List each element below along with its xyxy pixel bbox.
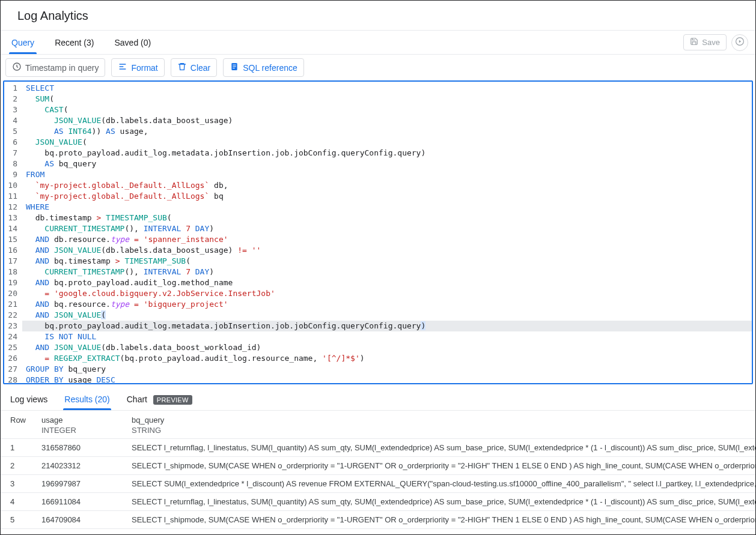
timestamp-label: Timestamp in query bbox=[25, 63, 99, 73]
tab-recent[interactable]: Recent (3) bbox=[55, 32, 105, 53]
save-button[interactable]: Save bbox=[683, 34, 727, 50]
bq-query-cell: SELECT l_returnflag, l_linestatus, SUM(l… bbox=[132, 497, 755, 506]
trash-icon bbox=[177, 62, 187, 73]
page-title: Log Analytics bbox=[1, 1, 755, 31]
format-icon bbox=[118, 62, 127, 73]
document-icon bbox=[230, 62, 239, 73]
table-row[interactable]: 5164709084SELECT l_shipmode, SUM(CASE WH… bbox=[1, 511, 755, 529]
svg-rect-4 bbox=[233, 66, 236, 67]
bq-query-cell: SELECT SUM(l_extendedprice * l_discount)… bbox=[132, 479, 755, 488]
row-number: 4 bbox=[10, 497, 41, 506]
row-number: 5 bbox=[10, 515, 41, 524]
editor-gutter: 1234567891011121314151617181920212223242… bbox=[4, 82, 21, 383]
usage-cell: 164709084 bbox=[41, 515, 132, 524]
chart-label: Chart bbox=[127, 394, 147, 404]
usage-cell: 196997987 bbox=[41, 479, 132, 488]
bq-query-cell: SELECT l_returnflag, l_linestatus, SUM(l… bbox=[132, 443, 755, 452]
results-tabs: Log views Results (20) Chart PREVIEW bbox=[1, 388, 755, 411]
sql-editor[interactable]: 1234567891011121314151617181920212223242… bbox=[3, 80, 753, 384]
run-query-button[interactable] bbox=[731, 34, 748, 51]
svg-rect-5 bbox=[233, 68, 235, 68]
tab-saved[interactable]: Saved (0) bbox=[114, 32, 162, 53]
row-number: 2 bbox=[10, 461, 41, 470]
bq-query-cell: SELECT l_shipmode, SUM(CASE WHEN o_order… bbox=[132, 515, 755, 524]
timestamp-button[interactable]: Timestamp in query bbox=[5, 58, 105, 77]
sql-reference-button[interactable]: SQL reference bbox=[223, 58, 304, 77]
clock-icon bbox=[12, 62, 22, 73]
save-label: Save bbox=[702, 38, 720, 47]
usage-cell: 166911084 bbox=[41, 497, 132, 506]
tab-log-views[interactable]: Log views bbox=[10, 389, 47, 410]
svg-rect-3 bbox=[233, 65, 236, 65]
col-bq-query: bq_query STRING bbox=[132, 416, 755, 435]
sql-reference-label: SQL reference bbox=[243, 63, 297, 73]
results-header: Row usage INTEGER bq_query STRING bbox=[1, 411, 755, 439]
preview-badge: PREVIEW bbox=[153, 395, 192, 405]
usage-cell: 316587860 bbox=[41, 443, 132, 452]
table-row[interactable]: 6122604613SELECT SUM(l_extendedprice * l… bbox=[1, 529, 755, 535]
bq-query-cell: SELECT l_shipmode, SUM(CASE WHEN o_order… bbox=[132, 461, 755, 470]
play-icon bbox=[736, 37, 744, 47]
row-number: 1 bbox=[10, 443, 41, 452]
table-row[interactable]: 3196997987SELECT SUM(l_extendedprice * l… bbox=[1, 475, 755, 493]
table-row[interactable]: 1316587860SELECT l_returnflag, l_linesta… bbox=[1, 439, 755, 457]
col-usage: usage INTEGER bbox=[41, 416, 132, 435]
tab-chart[interactable]: Chart PREVIEW bbox=[127, 389, 192, 410]
clear-label: Clear bbox=[191, 63, 210, 73]
usage-cell: 214023312 bbox=[41, 461, 132, 470]
table-row[interactable]: 2214023312SELECT l_shipmode, SUM(CASE WH… bbox=[1, 457, 755, 475]
col-row: Row bbox=[10, 416, 41, 425]
row-number: 3 bbox=[10, 479, 41, 488]
top-tabs: Query Recent (3) Saved (0) Save bbox=[1, 31, 755, 55]
format-label: Format bbox=[131, 63, 157, 73]
results-table: Row usage INTEGER bq_query STRING 131658… bbox=[1, 411, 755, 535]
editor-toolbar: Timestamp in query Format Clear SQL refe… bbox=[1, 55, 755, 80]
tab-query[interactable]: Query bbox=[11, 32, 45, 53]
format-button[interactable]: Format bbox=[111, 58, 164, 77]
editor-code[interactable]: SELECT SUM( CAST( JSON_VALUE(db.labels.d… bbox=[22, 82, 752, 383]
table-row[interactable]: 4166911084SELECT l_returnflag, l_linesta… bbox=[1, 493, 755, 511]
save-icon bbox=[690, 37, 698, 47]
tab-results[interactable]: Results (20) bbox=[64, 389, 109, 410]
clear-button[interactable]: Clear bbox=[171, 58, 217, 77]
